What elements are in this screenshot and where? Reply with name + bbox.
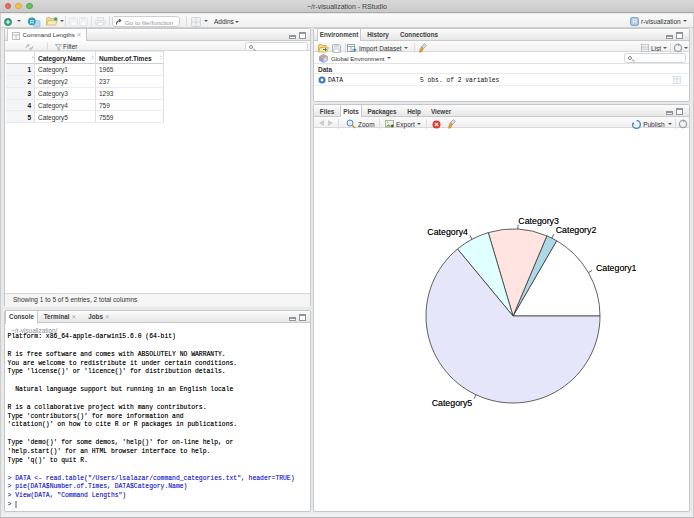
svg-text:Category1: Category1 xyxy=(596,263,637,273)
svg-text:R: R xyxy=(30,18,35,24)
svg-text:R: R xyxy=(632,18,637,25)
svg-text:Category4: Category4 xyxy=(427,227,468,237)
svg-text:Category5: Category5 xyxy=(432,398,473,408)
svg-text:Category3: Category3 xyxy=(518,216,559,226)
svg-text:Category2: Category2 xyxy=(556,225,597,235)
